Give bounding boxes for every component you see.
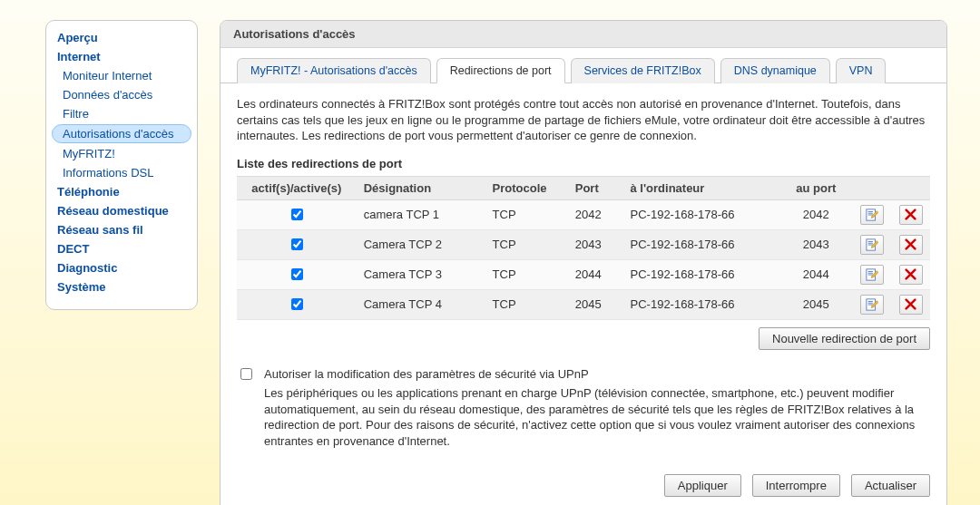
sidebar: AperçuInternetMoniteur InternetDonnées d…: [45, 20, 198, 310]
table-row: Camera TCP 2TCP2043PC-192-168-178-662043: [237, 229, 930, 259]
row-designation: Camera TCP 4: [357, 289, 485, 319]
row-port: 2042: [568, 199, 623, 229]
tab-row: MyFRITZ! - Autorisations d'accèsRedirect…: [220, 48, 946, 83]
row-toport: 2042: [779, 199, 853, 229]
row-protocol: TCP: [485, 229, 568, 259]
nav-item[interactable]: Réseau domestique: [46, 201, 197, 220]
nav-item[interactable]: Réseau sans fil: [46, 220, 197, 239]
apply-button[interactable]: Appliquer: [664, 474, 741, 497]
nav-subitem[interactable]: Données d'accès: [46, 85, 197, 104]
nav-subitem[interactable]: Moniteur Internet: [46, 66, 197, 85]
col-port: Port: [568, 176, 623, 199]
tab[interactable]: MyFRITZ! - Autorisations d'accès: [237, 58, 431, 83]
edit-icon: [866, 268, 878, 281]
nav-item[interactable]: Téléphonie: [46, 182, 197, 201]
close-icon: [905, 268, 916, 280]
tab[interactable]: DNS dynamique: [720, 58, 830, 83]
col-active: actif(s)/active(s): [237, 176, 357, 199]
nav-item[interactable]: Diagnostic: [46, 258, 197, 277]
nav-subitem[interactable]: Informations DSL: [46, 163, 197, 182]
nav-item[interactable]: Système: [46, 277, 197, 296]
nav-item[interactable]: DECT: [46, 239, 197, 258]
edit-button[interactable]: [860, 235, 884, 255]
close-icon: [905, 298, 916, 310]
edit-icon: [866, 209, 878, 221]
port-forward-table: actif(s)/active(s) Désignation Protocole…: [237, 176, 930, 320]
nav-item[interactable]: Aperçu: [46, 28, 197, 47]
tab[interactable]: Redirections de port: [436, 58, 565, 83]
edit-button[interactable]: [860, 265, 884, 285]
main-panel: Autorisations d'accès MyFRITZ! - Autoris…: [220, 20, 947, 505]
col-protocol: Protocole: [485, 176, 568, 199]
cancel-button[interactable]: Interrompre: [752, 474, 840, 497]
edit-icon: [866, 238, 878, 251]
row-host: PC-192-168-178-66: [623, 289, 779, 319]
delete-button[interactable]: [899, 295, 923, 315]
close-icon: [905, 209, 916, 220]
edit-button[interactable]: [860, 295, 884, 315]
delete-button[interactable]: [899, 205, 923, 225]
table-row: Camera TCP 3TCP2044PC-192-168-178-662044: [237, 259, 930, 289]
tab[interactable]: VPN: [836, 58, 887, 83]
row-toport: 2045: [779, 289, 853, 319]
panel-title: Autorisations d'accès: [220, 21, 946, 48]
upnp-description: Les périphériques ou les applications pr…: [264, 385, 930, 449]
nav-subitem[interactable]: Autorisations d'accès: [52, 124, 191, 143]
intro-text: Les ordinateurs connectés à FRITZ!Box so…: [237, 96, 930, 144]
row-designation: camera TCP 1: [357, 199, 485, 229]
upnp-checkbox[interactable]: [240, 368, 252, 380]
row-host: PC-192-168-178-66: [623, 259, 779, 289]
edit-button[interactable]: [860, 205, 884, 225]
row-active-checkbox[interactable]: [291, 209, 303, 220]
col-designation: Désignation: [357, 176, 485, 199]
nav-item[interactable]: Internet: [46, 47, 197, 66]
row-active-checkbox[interactable]: [291, 298, 303, 310]
row-toport: 2044: [779, 259, 853, 289]
row-port: 2043: [568, 229, 623, 259]
edit-icon: [866, 298, 878, 311]
col-host: à l'ordinateur: [623, 176, 779, 199]
row-host: PC-192-168-178-66: [623, 199, 779, 229]
row-protocol: TCP: [485, 289, 568, 319]
table-row: Camera TCP 4TCP2045PC-192-168-178-662045: [237, 289, 930, 319]
row-port: 2045: [568, 289, 623, 319]
tab[interactable]: Services de FRITZ!Box: [571, 58, 715, 83]
row-port: 2044: [568, 259, 623, 289]
new-port-forward-button[interactable]: Nouvelle redirection de port: [759, 327, 930, 350]
delete-button[interactable]: [899, 235, 923, 255]
row-toport: 2043: [779, 229, 853, 259]
upnp-label: Autoriser la modification des paramètres…: [264, 366, 930, 383]
table-row: camera TCP 1TCP2042PC-192-168-178-662042: [237, 199, 930, 229]
nav-subitem[interactable]: Filtre: [46, 104, 197, 123]
row-protocol: TCP: [485, 199, 568, 229]
close-icon: [905, 238, 916, 250]
list-title: Liste des redirections de port: [237, 157, 930, 170]
row-host: PC-192-168-178-66: [623, 229, 779, 259]
nav-subitem[interactable]: MyFRITZ!: [46, 144, 197, 163]
row-active-checkbox[interactable]: [291, 238, 303, 250]
refresh-button[interactable]: Actualiser: [851, 474, 930, 497]
delete-button[interactable]: [899, 265, 923, 285]
row-designation: Camera TCP 2: [357, 229, 485, 259]
row-designation: Camera TCP 3: [357, 259, 485, 289]
col-toport: au port: [779, 176, 853, 199]
row-active-checkbox[interactable]: [291, 268, 303, 280]
row-protocol: TCP: [485, 259, 568, 289]
